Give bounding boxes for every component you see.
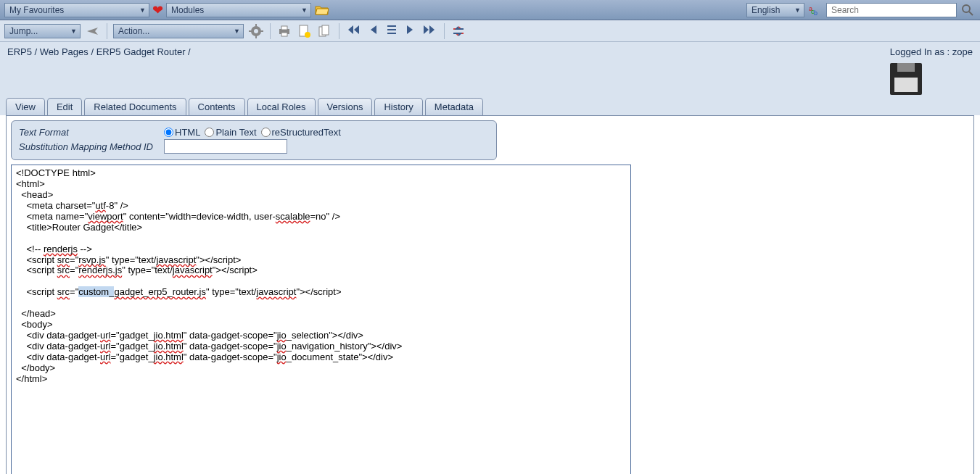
heart-icon[interactable]: ❤ xyxy=(152,2,163,18)
folder-open-icon[interactable] xyxy=(314,2,330,18)
plane-icon[interactable] xyxy=(85,23,101,39)
favourites-dropdown[interactable]: My Favourites ▼ xyxy=(4,3,149,17)
breadcrumb: ERP5 / Web Pages / ERP5 Gadget Router / xyxy=(7,46,191,57)
translate-icon[interactable]: abc xyxy=(807,2,823,18)
substitution-input[interactable] xyxy=(164,139,287,154)
substitution-label: Substitution Mapping Method ID xyxy=(19,141,164,152)
svg-rect-10 xyxy=(260,30,263,32)
svg-point-3 xyxy=(963,5,970,12)
text-format-radios: HTML Plain Text reStructuredText xyxy=(164,127,341,138)
breadcrumb-leaf[interactable]: ERP5 Gadget Router xyxy=(96,46,186,57)
tabs: View Edit Related Documents Contents Loc… xyxy=(0,98,980,115)
action-toolbar: Jump... ▼ Action... ▼ xyxy=(0,20,980,42)
meta-box: Text Format HTML Plain Text reStructured… xyxy=(11,120,497,160)
breadcrumb-root[interactable]: ERP5 xyxy=(7,46,32,57)
tab-localroles[interactable]: Local Roles xyxy=(247,98,316,115)
radio-plain[interactable]: Plain Text xyxy=(205,127,256,138)
svg-line-4 xyxy=(969,12,973,15)
chevron-down-icon: ▼ xyxy=(70,28,77,35)
main-panel: Text Format HTML Plain Text reStructured… xyxy=(6,115,974,474)
chevron-down-icon: ▼ xyxy=(794,7,801,14)
login-status: Logged In as : zope xyxy=(890,46,973,57)
text-format-label: Text Format xyxy=(19,127,164,138)
modules-dropdown[interactable]: Modules ▼ xyxy=(166,3,311,17)
next-page-icon[interactable] xyxy=(403,24,416,38)
svg-rect-13 xyxy=(281,33,287,36)
action-dropdown[interactable]: Action... ▼ xyxy=(113,24,244,38)
tab-versions[interactable]: Versions xyxy=(318,98,373,115)
svg-rect-9 xyxy=(249,30,252,32)
chevron-down-icon: ▼ xyxy=(301,7,308,14)
jump-dropdown[interactable]: Jump... ▼ xyxy=(4,24,81,38)
svg-text:c: c xyxy=(811,8,815,15)
html-editor[interactable]: <!DOCTYPE html> <html> <head> <meta char… xyxy=(11,165,631,474)
svg-rect-17 xyxy=(322,25,329,35)
search-input[interactable] xyxy=(826,3,957,17)
tab-related[interactable]: Related Documents xyxy=(84,98,186,115)
chevron-down-icon: ▼ xyxy=(234,28,240,35)
tab-view[interactable]: View xyxy=(6,98,45,115)
radio-rst[interactable]: reStructuredText xyxy=(261,127,341,138)
login-user: zope xyxy=(952,46,973,57)
new-document-icon[interactable] xyxy=(297,23,313,39)
print-icon[interactable] xyxy=(276,23,292,39)
tab-history[interactable]: History xyxy=(374,98,422,115)
tab-edit[interactable]: Edit xyxy=(47,98,82,115)
language-dropdown[interactable]: English ▼ xyxy=(746,3,804,17)
swap-icon[interactable] xyxy=(450,23,466,39)
breadcrumb-row: ERP5 / Web Pages / ERP5 Gadget Router / … xyxy=(0,42,980,98)
svg-rect-12 xyxy=(281,26,287,30)
prev-page-icon[interactable] xyxy=(367,24,380,38)
save-button[interactable] xyxy=(890,63,922,95)
breadcrumb-webpages[interactable]: Web Pages xyxy=(40,46,88,57)
first-page-icon[interactable] xyxy=(345,24,363,38)
favourites-label: My Favourites xyxy=(9,5,64,15)
svg-point-15 xyxy=(305,32,310,38)
svg-point-6 xyxy=(254,29,258,33)
svg-rect-8 xyxy=(255,36,257,38)
gear-icon[interactable] xyxy=(248,23,264,39)
tab-contents[interactable]: Contents xyxy=(189,98,245,115)
svg-text:b: b xyxy=(814,9,818,17)
tab-metadata[interactable]: Metadata xyxy=(425,98,483,115)
last-page-icon[interactable] xyxy=(421,24,438,38)
chevron-down-icon: ▼ xyxy=(139,7,146,14)
top-bar: My Favourites ▼ ❤ Modules ▼ English ▼ ab… xyxy=(0,0,980,20)
copy-document-icon[interactable] xyxy=(317,23,333,39)
svg-rect-7 xyxy=(255,24,257,27)
list-icon[interactable] xyxy=(384,24,399,38)
jump-label: Jump... xyxy=(9,26,38,36)
search-icon[interactable] xyxy=(960,2,976,18)
action-label: Action... xyxy=(118,26,149,36)
modules-label: Modules xyxy=(171,5,204,15)
language-label: English xyxy=(752,5,780,15)
radio-html[interactable]: HTML xyxy=(164,127,200,138)
